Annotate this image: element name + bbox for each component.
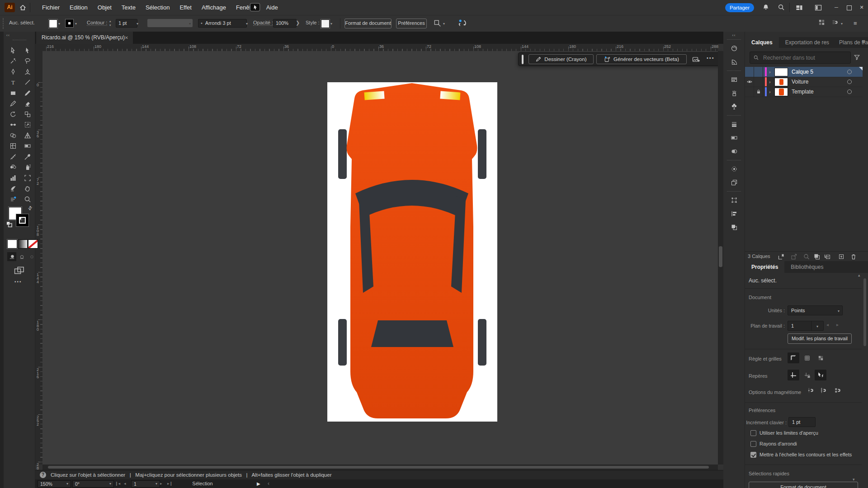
- collect-export-icon[interactable]: [790, 253, 797, 260]
- none-mode-button[interactable]: [28, 239, 38, 249]
- rectangle-tool[interactable]: [7, 88, 19, 98]
- artboard-dropdown-chevron[interactable]: ▾: [811, 321, 824, 331]
- isolate-mode-dropdown-icon[interactable]: ▾: [443, 22, 445, 26]
- curvature-tool[interactable]: [22, 67, 33, 77]
- slice-tool[interactable]: [7, 183, 19, 193]
- layers-search-box[interactable]: [750, 52, 851, 64]
- eraser-tool[interactable]: [22, 99, 33, 108]
- layer-row-calque5[interactable]: › Calque 5: [745, 67, 863, 77]
- first-artboard-icon[interactable]: ❙◂: [115, 479, 120, 488]
- layer-target-circle[interactable]: [847, 89, 852, 94]
- properties-scrollbar-thumb[interactable]: [863, 278, 866, 346]
- home-icon[interactable]: [19, 4, 27, 11]
- layer-visibility-toggle[interactable]: [745, 77, 754, 87]
- media-cursor-icon[interactable]: [250, 2, 260, 12]
- share-button[interactable]: Partager: [725, 3, 754, 12]
- stroke-label[interactable]: Contour :: [87, 20, 107, 26]
- draw-normal-mode-button[interactable]: [7, 252, 16, 261]
- brush-definition-field[interactable]: •Arrondi 3 pt: [198, 19, 247, 28]
- mesh-tool[interactable]: [7, 141, 19, 151]
- width-tool[interactable]: [7, 120, 19, 130]
- vertical-ruler[interactable]: 03672108144180216252288: [35, 51, 43, 465]
- brush-dropdown-icon[interactable]: ▾: [246, 22, 248, 26]
- menu-item-affichage[interactable]: Affichage: [197, 0, 231, 15]
- pathfinder-panel-icon[interactable]: [723, 221, 745, 234]
- swap-fill-stroke-icon[interactable]: ⇄: [27, 205, 34, 212]
- menu-item-aide[interactable]: Aide: [261, 0, 283, 15]
- notifications-bell-icon[interactable]: [762, 4, 769, 11]
- style-swatch[interactable]: [321, 19, 330, 28]
- paintbrush-tool[interactable]: [22, 88, 33, 98]
- vertical-scrollbar-thumb[interactable]: [719, 246, 722, 267]
- layer-expand-icon[interactable]: ›: [767, 89, 773, 94]
- layer-lock-toggle[interactable]: [754, 87, 763, 97]
- stroke-swatch[interactable]: [66, 19, 73, 27]
- transform-panel-icon[interactable]: [723, 193, 745, 207]
- more-tools-icon[interactable]: •••: [14, 279, 22, 284]
- search-icon[interactable]: [778, 4, 785, 11]
- artboards-panel-icon[interactable]: [723, 176, 745, 189]
- smart-guides-button[interactable]: [815, 370, 826, 380]
- tab-calques[interactable]: Calques: [745, 37, 779, 48]
- clipping-mask-icon[interactable]: [813, 253, 821, 260]
- search-icon[interactable]: [803, 253, 810, 260]
- checkbox-preview-bounds-label[interactable]: Utiliser les limites d'aperçu: [760, 430, 818, 436]
- lasso-tool[interactable]: [22, 56, 33, 66]
- scroll-up-icon[interactable]: ▴: [858, 273, 860, 277]
- menu-item-effet[interactable]: Effet: [175, 0, 197, 15]
- layer-row-template[interactable]: › Template: [745, 87, 863, 97]
- layer-target-circle[interactable]: [847, 80, 852, 84]
- free-transform-tool[interactable]: [22, 120, 33, 130]
- opacity-field[interactable]: 100%: [273, 19, 297, 28]
- show-grid-button[interactable]: [801, 352, 813, 363]
- style-dropdown-icon[interactable]: ▾: [330, 22, 332, 26]
- menu-item-selection[interactable]: Sélection: [141, 0, 175, 15]
- maximize-button[interactable]: [843, 0, 855, 15]
- context-menu-icon[interactable]: ≡: [854, 20, 857, 27]
- transparency-panel-icon[interactable]: [723, 145, 745, 158]
- stroke-width-field[interactable]: 1 pt: [116, 19, 137, 28]
- transparency-grid-button[interactable]: [815, 352, 826, 363]
- draw-inside-mode-button[interactable]: [27, 252, 36, 261]
- shape-builder-tool[interactable]: [7, 131, 19, 141]
- menu-item-texte[interactable]: Texte: [117, 0, 141, 15]
- recolor-artwork-icon[interactable]: [458, 19, 467, 28]
- filter-icon[interactable]: [854, 54, 860, 61]
- canvas-area[interactable]: [42, 51, 718, 465]
- stroke-width-dropdown-icon[interactable]: ▾: [137, 22, 138, 26]
- layer-row-voiture[interactable]: › Voiture: [745, 77, 863, 87]
- stroke-dropdown-icon[interactable]: ▾: [75, 22, 77, 26]
- car-artwork[interactable]: [327, 82, 497, 422]
- perspective-grid-tool[interactable]: [22, 131, 33, 141]
- snap-to-pixel-icon[interactable]: [835, 387, 842, 394]
- artboard-nav-dropdown[interactable]: 1▾: [131, 480, 160, 488]
- stroke-stepper[interactable]: ▴▾: [109, 19, 111, 27]
- artboard-dropdown[interactable]: 1: [788, 321, 812, 331]
- layer-name[interactable]: Template: [792, 89, 814, 95]
- checkbox-scale-strokes-label[interactable]: Mettre à l'échelle les contours et les e…: [760, 452, 852, 457]
- control-bar-grip[interactable]: [3, 18, 5, 29]
- layer-visibility-toggle[interactable]: [745, 87, 754, 97]
- direct-selection-tool[interactable]: [22, 46, 33, 56]
- magic-wand-tool[interactable]: [7, 56, 19, 66]
- brushes-panel-icon[interactable]: [723, 86, 745, 100]
- artboard-tool[interactable]: [22, 173, 33, 183]
- show-guides-button[interactable]: [788, 370, 799, 380]
- new-sublayer-icon[interactable]: [824, 253, 831, 260]
- gradient-panel-icon[interactable]: [723, 131, 745, 145]
- layer-thumbnail[interactable]: [774, 68, 788, 76]
- checkbox-preview-bounds[interactable]: [750, 430, 756, 436]
- task-bar-drag-handle[interactable]: [522, 55, 524, 64]
- scroll-down-icon[interactable]: ▾: [853, 477, 855, 482]
- checkbox-corner-radius-label[interactable]: Rayons d'arrondi: [760, 441, 797, 446]
- document-tab[interactable]: Ricardo.ai @ 150 % (RVB/Aperçu) ✕: [36, 32, 133, 44]
- zoom-level-dropdown[interactable]: 150%▾: [38, 480, 71, 488]
- generate-image-icon[interactable]: [692, 56, 700, 63]
- snap-to-grid-icon[interactable]: [820, 387, 828, 394]
- new-layer-icon[interactable]: [838, 253, 845, 260]
- zoom-tool[interactable]: [22, 194, 33, 204]
- vertical-scrollbar[interactable]: [718, 51, 723, 465]
- tab-exportation[interactable]: Exportation de res: [779, 37, 835, 48]
- isolate-mode-icon[interactable]: [433, 19, 441, 27]
- preferences-button[interactable]: Préférences: [396, 19, 427, 28]
